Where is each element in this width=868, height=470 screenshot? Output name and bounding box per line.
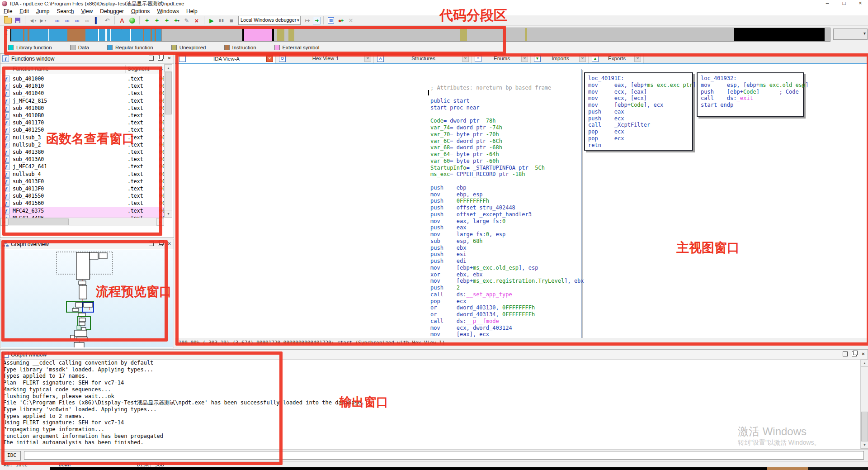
menu-windows[interactable]: Windows [153, 8, 183, 15]
search-next-icon[interactable]: ∞ [73, 16, 82, 25]
function-row[interactable]: fsub_401380.text00 [0, 148, 164, 156]
functions-close-icon[interactable]: ✕ [167, 56, 172, 61]
graph-overview-titlebar[interactable]: Graph overview ✕ [0, 239, 174, 249]
functions-float-icon[interactable] [158, 56, 163, 61]
graph-node-loc-40191E[interactable]: loc_40191E:mov eax, [ebp+ms_exc.exc_ptr]… [584, 72, 693, 151]
function-row[interactable]: fMFC42_4486.text00 [0, 214, 164, 218]
ida-view-canvas[interactable]: ; Attributes: noreturn bp-based frame pu… [175, 64, 868, 338]
functions-hscrollbar[interactable]: ◄ ► [0, 218, 164, 226]
function-row[interactable]: fsub_4013A0.text00 [0, 156, 164, 163]
functions-column-headers[interactable]: Function name Segment S [0, 64, 164, 74]
maximize-button[interactable]: □ [837, 0, 851, 7]
tab-close-icon[interactable]: ✕ [462, 55, 469, 62]
functions-vscroll-thumb[interactable] [165, 72, 172, 114]
function-row[interactable]: fnullsub_3.text00 [0, 134, 164, 141]
menu-view[interactable]: View [77, 8, 96, 15]
column-start[interactable]: S [159, 66, 163, 72]
create-function-icon[interactable]: + [142, 16, 151, 25]
graph-overview-canvas[interactable] [1, 250, 173, 347]
tab-close-icon[interactable]: ✕ [521, 55, 528, 62]
output-window-titlebar[interactable]: ≡ Output window ✕ [0, 350, 868, 360]
stop-debug-icon[interactable]: ■ [227, 16, 236, 25]
output-vscroll-thumb[interactable] [861, 412, 868, 442]
scroll-right-icon[interactable]: ► [156, 218, 164, 226]
open-file-icon[interactable] [3, 16, 12, 25]
scroll-up-icon[interactable]: ▲ [861, 359, 868, 367]
function-row[interactable]: fsub_401560.text00 [0, 199, 164, 207]
menu-file[interactable]: File [0, 8, 16, 15]
graph-node-start[interactable]: ; Attributes: noreturn bp-based frame pu… [427, 69, 582, 338]
undo-icon[interactable]: ↶ [103, 16, 112, 25]
navigate-forward-icon[interactable]: ►▾ [38, 16, 47, 25]
scroll-left-icon[interactable]: ◄ [0, 218, 8, 226]
graph-float-icon[interactable] [158, 241, 163, 246]
function-row[interactable]: fsub_4010B0.text00 [0, 112, 164, 119]
graph-restore-icon[interactable] [149, 241, 154, 246]
function-row[interactable]: fsub_4013E0.text00 [0, 178, 164, 185]
tab-close-icon[interactable]: ✕ [634, 55, 641, 62]
menu-search[interactable]: Search [53, 8, 77, 15]
column-segment[interactable]: Segment [127, 66, 149, 72]
function-row[interactable]: fsub_401010.text00 [0, 82, 164, 90]
start-debug-icon[interactable]: ▶ [207, 16, 216, 25]
delete-icon[interactable]: × [192, 16, 201, 25]
function-row[interactable]: fnullsub_2.text00 [0, 141, 164, 148]
function-row[interactable]: fsub_401550.text00 [0, 192, 164, 199]
search-text-icon[interactable]: ∞ [53, 16, 62, 25]
output-vscrollbar[interactable]: ▲ ▼ [860, 359, 868, 449]
functions-hscroll-thumb[interactable] [8, 218, 69, 225]
save-icon[interactable] [13, 16, 22, 25]
function-row[interactable]: fj_MFC42_815.text00 [0, 97, 164, 104]
navigation-band[interactable] [10, 28, 830, 42]
tab-enums[interactable]: ≡Enums✕ [472, 53, 531, 63]
add-enum-icon[interactable]: +▾ [172, 16, 181, 25]
output-log[interactable]: Assuming __cdecl calling convention by d… [0, 359, 862, 449]
tab-imports[interactable]: ▾Imports✕ [531, 53, 589, 63]
band-scroll-arrows[interactable]: ◂▸ [4, 28, 9, 41]
debugger-select[interactable]: Local Windows debugger [238, 16, 301, 25]
output-close-icon[interactable]: ✕ [861, 351, 866, 356]
menu-debugger[interactable]: Debugger [96, 8, 127, 15]
tab-close-icon[interactable]: ✕ [266, 55, 273, 62]
navigate-back-icon[interactable]: ◄▾ [28, 16, 37, 25]
tab-ida-view-a[interactable]: IDA View-A✕ [175, 53, 276, 63]
function-row[interactable]: fsub_401000.text00 [0, 75, 164, 82]
function-row[interactable]: fsub_401250.text00 [0, 126, 164, 133]
tab-close-icon[interactable]: ✕ [364, 55, 371, 62]
functions-window-titlebar[interactable]: f Functions window ✕ [0, 54, 174, 64]
add-type-icon[interactable]: + [152, 16, 161, 25]
search-bytes-icon[interactable]: ∞ [63, 16, 72, 25]
functions-vscrollbar[interactable]: ▲ ▼ [164, 64, 172, 218]
menu-jump[interactable]: Jump [33, 8, 53, 15]
function-row[interactable]: fsub_401170.text00 [0, 119, 164, 126]
idc-language-button[interactable]: IDC [3, 451, 21, 461]
close-button[interactable]: × [854, 0, 867, 7]
function-row[interactable]: fsub_4013F0.text00 [0, 185, 164, 192]
step-over-icon[interactable]: ↦ [303, 16, 312, 25]
function-row[interactable]: fsub_401080.text00 [0, 104, 164, 112]
colorize-icon[interactable]: ▍ [93, 16, 102, 25]
function-row[interactable]: fMFC42_6375.text00 [0, 207, 164, 214]
function-row[interactable]: fj_MFC42_641.text00 [0, 163, 164, 170]
edit-icon[interactable]: ✎ [182, 16, 191, 25]
graph-close-icon[interactable]: ✕ [167, 241, 172, 246]
run-until-return-icon[interactable]: ➜ [313, 17, 321, 24]
band-zoom-select[interactable] [833, 28, 868, 40]
function-row[interactable]: fsub_401040.text00 [0, 90, 164, 97]
output-float-icon[interactable] [852, 351, 857, 356]
tab-hex-view-1[interactable]: OHex View-1✕ [276, 53, 374, 63]
menu-options[interactable]: Options [127, 8, 153, 15]
functions-restore-icon[interactable] [149, 56, 154, 61]
tab-exports[interactable]: ▴Exports✕ [589, 53, 644, 63]
minimize-button[interactable]: – [821, 0, 834, 7]
tab-close-icon[interactable]: ✕ [579, 55, 586, 62]
graph-node-loc-401932[interactable]: loc_401932:mov esp, [ebp+ms_exc.old_esp]… [697, 72, 804, 117]
tab-structures[interactable]: AStructures✕ [374, 53, 472, 63]
column-function-name[interactable]: Function name [13, 66, 48, 72]
breakpoint-icon[interactable]: ●+ [336, 16, 345, 25]
names-icon[interactable]: A [118, 16, 127, 25]
debugger-windows-icon[interactable]: ▦ [326, 16, 335, 25]
command-line-input[interactable] [24, 451, 864, 460]
scroll-down-icon[interactable]: ▼ [861, 441, 868, 449]
pause-debug-icon[interactable]: ▮▮ [217, 16, 226, 25]
